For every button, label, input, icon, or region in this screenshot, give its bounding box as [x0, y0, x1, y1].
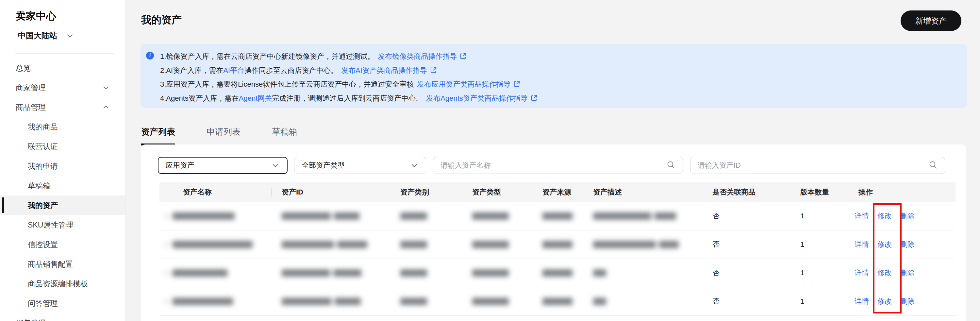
sidebar-item-my-applications[interactable]: 我的申请 — [0, 156, 126, 176]
sidebar-item-my-products[interactable]: 我的商品 — [0, 117, 126, 137]
asset-id-search — [690, 157, 945, 174]
station-label: 中国大陆站 — [18, 30, 57, 41]
expand-row-icon[interactable] — [163, 299, 168, 304]
row-actions: 详情 修改 删除 — [848, 259, 956, 287]
version-count-value: 1 — [790, 202, 848, 230]
tab-drafts[interactable]: 草稿箱 — [272, 126, 298, 145]
external-link-icon — [530, 93, 538, 106]
chevron-down-icon — [410, 161, 418, 170]
redacted-asset-source — [542, 269, 573, 276]
sidebar-item-resource-template[interactable]: 商品资源编排模板 — [0, 274, 126, 294]
redacted-asset-description — [593, 212, 676, 220]
col-header-asset-type: 资产类型 — [462, 182, 532, 202]
redacted-asset-id — [282, 212, 360, 220]
modify-link[interactable]: 修改 — [877, 240, 892, 249]
expand-row-icon[interactable] — [163, 242, 168, 248]
redacted-asset-name — [163, 269, 228, 276]
modify-link[interactable]: 修改 — [877, 297, 892, 306]
expand-row-icon[interactable] — [163, 270, 168, 276]
table-row: 否 1 详情 修改 删除 — [159, 230, 956, 259]
asset-name-input[interactable] — [441, 161, 667, 170]
col-header-asset-category: 资产类别 — [390, 182, 462, 202]
redacted-asset-id — [282, 298, 361, 305]
delete-link[interactable]: 删除 — [900, 297, 915, 306]
col-header-actions: 操作 — [848, 182, 956, 202]
tab-asset-list[interactable]: 资产列表 — [141, 126, 175, 145]
linked-product-value: 否 — [702, 202, 790, 230]
linked-product-value: 否 — [702, 287, 790, 315]
detail-link[interactable]: 详情 — [854, 297, 869, 306]
modify-link[interactable]: 修改 — [877, 268, 892, 278]
asset-table: 资产名称 资产ID 资产类别 资产类型 资产来源 资产描述 是否关联商品 版本数… — [159, 182, 956, 316]
station-switcher[interactable]: 中国大陆站 — [18, 30, 74, 41]
asset-id-input[interactable] — [698, 161, 929, 170]
modify-link[interactable]: 修改 — [877, 211, 892, 221]
detail-link[interactable]: 详情 — [854, 240, 869, 249]
row-actions: 详情 修改 删除 — [848, 230, 956, 259]
redacted-asset-description — [593, 241, 679, 248]
chevron-up-icon — [102, 103, 110, 111]
tab-application-list[interactable]: 申请列表 — [207, 126, 240, 145]
linked-product-value: 否 — [702, 259, 790, 287]
redacted-asset-category — [400, 212, 427, 220]
redacted-asset-source — [542, 241, 573, 248]
banner-line-1: 1.镜像资产入库，需在云商店资产中心新建镜像资产，并通过测试。发布镜像类商品操作… — [160, 50, 960, 64]
inline-link-ai-platform[interactable]: AI平台 — [223, 66, 244, 75]
sidebar-item-sales-config[interactable]: 商品销售配置 — [0, 254, 126, 274]
redacted-asset-description — [593, 298, 606, 305]
delete-link[interactable]: 删除 — [900, 268, 915, 278]
asset-type-select[interactable]: 全部资产类型 — [294, 157, 426, 174]
external-link-icon — [430, 65, 437, 78]
external-link-icon — [460, 51, 467, 64]
sidebar-item-merchant-mgmt[interactable]: 商家管理 — [0, 78, 126, 97]
sidebar-item-my-assets[interactable]: 我的资产 — [0, 195, 126, 215]
sidebar-item-credit-control[interactable]: 信控设置 — [0, 235, 126, 254]
delete-link[interactable]: 删除 — [900, 240, 915, 249]
sidebar-item-drafts[interactable]: 草稿箱 — [0, 176, 126, 195]
table-header-row: 资产名称 资产ID 资产类别 资产类型 资产来源 资产描述 是否关联商品 版本数… — [159, 182, 956, 202]
version-count-value: 1 — [790, 287, 848, 315]
table-row: 否 1 详情 修改 删除 — [159, 287, 956, 316]
sidebar-item-overview[interactable]: 总览 — [0, 58, 126, 78]
guide-link-app-assets[interactable]: 发布应用资产类商品操作指导 — [417, 80, 511, 88]
sidebar-item-sales-mgmt[interactable]: 销售管理 — [0, 313, 126, 321]
redacted-asset-id — [282, 269, 361, 276]
app-title: 卖家中心 — [16, 9, 56, 23]
detail-link[interactable]: 详情 — [854, 268, 869, 278]
version-count-value: 1 — [790, 230, 848, 259]
sidebar-item-qa-mgmt[interactable]: 问答管理 — [0, 294, 126, 313]
add-asset-button[interactable]: 新增资产 — [900, 10, 961, 31]
detail-link[interactable]: 详情 — [854, 211, 869, 221]
redacted-asset-id — [282, 241, 367, 248]
page-title: 我的资产 — [141, 13, 182, 27]
sidebar-divider — [15, 53, 115, 54]
asset-list-card: 应用资产 全部资产类型 资产名称 资产 — [141, 144, 966, 321]
search-icon[interactable] — [667, 161, 675, 171]
sidebar-nav: 总览 商家管理 商品管理 我的商品 联营认证 我的申请 草稿箱 我的资产 — [0, 58, 126, 321]
expand-row-icon[interactable] — [163, 214, 168, 219]
external-link-icon — [513, 79, 520, 92]
col-header-linked-product: 是否关联商品 — [702, 182, 790, 202]
col-header-asset-id: 资产ID — [271, 182, 390, 202]
inline-link-agent-gateway[interactable]: Agent网关 — [239, 94, 272, 102]
redacted-asset-category — [400, 241, 427, 248]
guide-link-image-assets[interactable]: 发布镜像类商品操作指导 — [378, 52, 457, 61]
redacted-asset-category — [400, 298, 427, 305]
redacted-asset-type — [472, 298, 509, 305]
linked-product-value: 否 — [702, 230, 790, 259]
info-icon: i — [146, 52, 154, 59]
sidebar-item-sku-attribute-mgmt[interactable]: SKU属性管理 — [0, 215, 126, 235]
sidebar-item-product-mgmt[interactable]: 商品管理 — [0, 97, 126, 117]
selected-value: 应用资产 — [165, 161, 194, 170]
version-count-value: 1 — [790, 259, 848, 287]
table-row: 否 1 详情 修改 删除 — [159, 259, 956, 287]
search-icon[interactable] — [929, 161, 937, 171]
main-content: 我的资产 新增资产 i 1.镜像资产入库，需在云商店资产中心新建镜像资产，并通过… — [126, 0, 980, 321]
delete-link[interactable]: 删除 — [900, 211, 915, 221]
guide-link-ai-assets[interactable]: 发布AI资产类商品操作指导 — [341, 66, 427, 75]
sidebar-item-joint-certification[interactable]: 联营认证 — [0, 137, 126, 156]
redacted-asset-name — [163, 212, 235, 220]
banner-line-4: 4.Agents资产入库，需在Agent网关完成注册，调测通过后入库到云商店资产… — [160, 92, 960, 106]
guide-link-agents-assets[interactable]: 发布Agents资产类商品操作指导 — [426, 94, 528, 102]
asset-category-select[interactable]: 应用资产 — [158, 157, 288, 174]
